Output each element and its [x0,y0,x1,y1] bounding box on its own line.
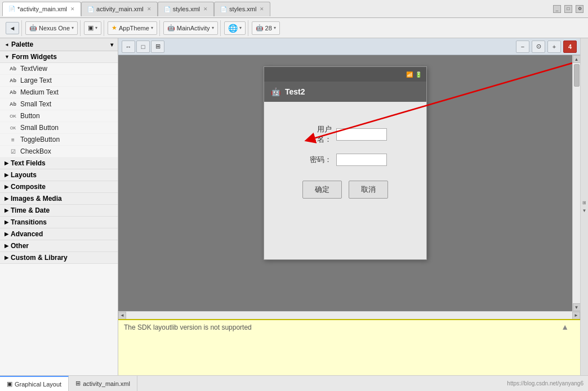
restore-btn[interactable]: □ [564,5,572,13]
section-arrow-trans: ▶ [5,219,8,225]
api-selector[interactable]: 🤖 28 ▾ [252,21,280,35]
palette-item-checkbox[interactable]: ☑ CheckBox [0,146,118,158]
xml-icon-4: 📄 [220,6,227,12]
palette-item-button[interactable]: OK Button [0,110,118,122]
graphical-layout-label: Graphical Layout [15,381,61,388]
tab-styles-1[interactable]: 📄 styles.xml ✕ [158,2,214,16]
api-group: 🤖 28 ▾ [250,20,282,36]
palette-toggle[interactable]: ▾ [110,42,113,48]
tab-activity-xml[interactable]: ⊞ activity_main.xml [69,376,137,392]
password-input[interactable] [336,154,387,166]
right-side-panel: ⊞ ▼ [580,38,588,375]
section-custom[interactable]: ▶ Custom & Library [0,252,118,264]
zoom-reset-btn[interactable]: ⊙ [532,41,545,53]
tab-activity-main-2[interactable]: 📄 activity_main.xml ✕ [81,2,158,16]
settings-btn[interactable]: ⚙ [576,5,583,13]
palette-title: Palette [11,41,33,48]
layout-selector[interactable]: ▣ ▾ [84,21,101,35]
device-group: 🤖 Nexus One ▾ [23,20,81,36]
palette-item-large-text[interactable]: Ab Large Text [0,75,118,87]
activity-selector[interactable]: 🤖 MainActivity ▾ [163,21,218,35]
tab-close-btn[interactable]: ✕ [70,6,75,12]
h-scroll-track[interactable] [126,312,572,319]
username-input[interactable] [336,128,387,141]
main-layout: ◄ Palette ▾ ▼ Form Widgets Ab TextView A… [0,38,588,375]
theme-group: ★ AppTheme ▾ [105,20,160,36]
h-scroll-right[interactable]: ► [572,312,580,320]
minimize-btn[interactable]: _ [553,5,561,13]
section-time-date[interactable]: ▶ Time & Date [0,205,118,217]
button-icon: OK [9,112,17,120]
canvas-toolbar-right: − ⊙ + 4 [516,41,577,53]
right-side-arrow-down[interactable]: ▼ [581,207,589,215]
locale-selector[interactable]: 🌐 ▾ [224,21,246,35]
tab-close-btn-2[interactable]: ✕ [147,6,152,12]
palette-item-toggle[interactable]: ≡ ToggleButton [0,134,118,146]
section-label-adv: Advanced [11,230,43,238]
palette-sidebar: ◄ Palette ▾ ▼ Form Widgets Ab TextView A… [0,38,118,375]
toggle-icon: ≡ [9,136,17,143]
section-advanced[interactable]: ▶ Advanced [0,228,118,240]
nav-left-btn[interactable]: ◄ [6,22,19,34]
right-side-toggle[interactable]: ⊞ [581,199,589,207]
device-label: Nexus One [39,25,70,32]
section-layouts[interactable]: ▶ Layouts [0,169,118,181]
section-label-oth: Other [11,242,29,250]
small-button-label: Small Button [20,124,59,132]
device-selector[interactable]: 🤖 Nexus One ▾ [25,21,78,35]
small-button-icon: OK [9,124,17,132]
button-label: Button [20,112,40,120]
palette-content: ▼ Form Widgets Ab TextView Ab Large Text… [0,51,118,375]
v-scroll-thumb[interactable] [574,64,580,87]
section-text-fields[interactable]: ▶ Text Fields [0,158,118,169]
pan-btn[interactable]: ↔ [122,41,135,53]
app-title: Test2 [285,87,305,96]
confirm-button[interactable]: 确定 [302,181,342,199]
section-label-comp: Composite [11,183,46,191]
activity-chevron: ▾ [212,25,214,30]
palette-item-small-button[interactable]: OK Small Button [0,122,118,134]
canvas-scroll: 📶 🔋 🤖 Test2 用户名： [118,55,572,311]
palette-item-textview[interactable]: Ab TextView [0,63,118,75]
tab-activity-main-active[interactable]: 📄 *activity_main.xml ✕ [2,2,81,16]
section-images-media[interactable]: ▶ Images & Media [0,193,118,205]
bottom-panel-close[interactable]: ▲ [561,322,569,331]
section-other[interactable]: ▶ Other [0,240,118,252]
h-scroll-left[interactable]: ◄ [118,312,126,320]
theme-selector[interactable]: ★ AppTheme ▾ [108,21,157,35]
graphical-layout-icon: ▣ [7,380,12,388]
section-arrow-img: ▶ [5,196,8,201]
section-label-tf: Text Fields [11,159,46,167]
grid-btn[interactable]: ⊞ [151,41,164,53]
section-form-widgets[interactable]: ▼ Form Widgets [0,51,118,63]
android-device-icon: 🤖 [29,24,37,32]
zoom-fit-btn[interactable]: 4 [563,41,577,53]
zoom-out-btn[interactable]: − [516,41,529,53]
button-row: 确定 取消 [302,181,388,199]
v-scroll-down[interactable]: ▼ [573,303,581,311]
section-composite[interactable]: ▶ Composite [0,181,118,193]
fit-btn[interactable]: □ [136,41,150,53]
bottom-panel: The SDK layoutlib version is not support… [118,319,580,375]
activity-icon: 🤖 [167,24,175,32]
section-label-time: Time & Date [11,206,50,214]
section-arrow-lay: ▶ [5,172,8,178]
api-chevron: ▾ [274,25,276,30]
v-scroll-up[interactable]: ▲ [573,55,581,63]
tab-styles-2[interactable]: 📄 styles.xml ✕ [214,2,270,16]
palette-header: ◄ Palette ▾ [0,38,118,51]
cancel-button[interactable]: 取消 [349,181,388,199]
tab-close-btn-4[interactable]: ✕ [260,6,264,12]
v-scroll-track[interactable] [573,63,580,303]
section-label-lay: Layouts [11,171,37,179]
section-arrow-cust: ▶ [5,255,8,260]
checkbox-icon: ☑ [9,147,17,155]
tab-close-btn-3[interactable]: ✕ [203,6,208,12]
palette-item-medium-text[interactable]: Ab Medium Text [0,87,118,98]
palette-item-small-text[interactable]: Ab Small Text [0,98,118,110]
section-arrow-comp: ▶ [5,184,8,190]
section-transitions[interactable]: ▶ Transitions [0,217,118,228]
zoom-in-btn[interactable]: + [547,41,561,53]
device-frame: 📶 🔋 🤖 Test2 用户名： [264,66,427,260]
tab-graphical-layout[interactable]: ▣ Graphical Layout [0,376,69,392]
